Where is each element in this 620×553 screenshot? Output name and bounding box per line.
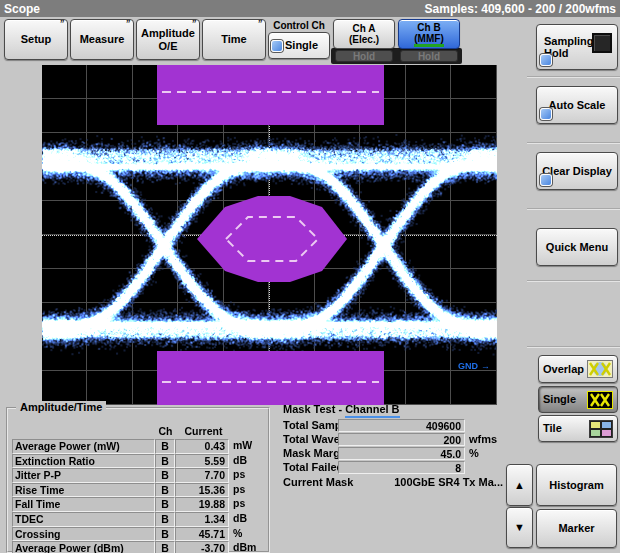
titlebar: Scope Samples: 409,600 - 200 / 200wfms [0,0,620,17]
channel-b-hold-label: Hold [418,51,440,62]
mask-test-title-prefix: Mask Test - [283,403,345,415]
table-row: Extinction Ratio B 5.59 dB [8,454,268,469]
auto-scale-button[interactable]: Auto Scale [536,86,618,124]
panel-separator [527,346,620,348]
channel-a-label: Ch A [353,23,376,34]
row-channel: B [155,512,175,527]
setup-button[interactable]: Setup” [4,19,68,60]
row-channel: B [155,541,175,553]
scope-app: Scope Samples: 409,600 - 200 / 200wfms S… [0,0,620,553]
row-label: Average Power (mW) [12,439,155,454]
row-unit: dB [229,512,247,527]
single-view-label: Single [543,393,576,405]
table-row: Average Power (dBm) B -3.70 dBm [8,541,268,553]
measurements-rows: Average Power (mW) B 0.43 mW Extinction … [8,439,268,553]
mask-row-unit: wfms [469,433,497,445]
row-value: 45.71 [175,527,229,542]
gnd-arrow-icon: → [481,361,490,371]
row-value: 1.34 [175,512,229,527]
row-channel: B [155,497,175,512]
measure-button[interactable]: Measure” [70,19,134,60]
amplitude-time-title: Amplitude/Time [16,401,106,413]
row-channel: B [155,454,175,469]
tile-grid-icon [589,420,613,438]
clear-display-checkbox[interactable] [540,174,552,186]
menu-corner-icon: ” [60,19,65,29]
clear-display-label: Clear Display [542,165,612,177]
row-value: 5.59 [175,454,229,469]
row-label: Extinction Ratio [12,454,155,469]
marker-label: Marker [558,522,594,534]
control-ch-label: Control Ch [268,20,330,31]
table-row: Rise Time B 15.36 ps [8,483,268,498]
row-unit: % [229,527,242,542]
row-value: -3.70 [175,541,229,553]
mask-test-channel-tab[interactable]: Channel B [345,403,399,418]
channel-b-button[interactable]: Ch B (MMF) [398,19,460,49]
auto-scale-checkbox[interactable] [540,108,552,120]
row-value: 19.88 [175,497,229,512]
table-row: Average Power (mW) B 0.43 mW [8,439,268,454]
menu-corner-icon: ” [126,19,131,29]
overlap-label: Overlap [543,363,584,375]
single-checkbox[interactable] [271,40,283,52]
row-label: Jitter P-P [12,468,155,483]
row-label: Average Power (dBm) [12,541,155,553]
row-unit: mW [229,439,252,454]
mask-row-value: 45.0 [338,447,465,460]
row-channel: B [155,483,175,498]
panel-separator [527,208,620,210]
time-label: Time [221,33,246,45]
histogram-label: Histogram [549,479,603,491]
gnd-marker: GND → [458,361,490,371]
row-label: Rise Time [12,483,155,498]
row-value: 7.70 [175,468,229,483]
up-arrow-icon: ▲ [514,479,525,491]
row-value: 15.36 [175,483,229,498]
table-row: Jitter P-P B 7.70 ps [8,468,268,483]
table-row: Fall Time B 19.88 ps [8,497,268,512]
row-channel: B [155,527,175,542]
mask-row-value: 409600 [338,419,465,432]
overlap-eyes-icon [587,360,613,378]
single-view-button[interactable]: Single [538,386,618,413]
tile-view-button[interactable]: Tile [538,415,618,442]
scroll-down-button[interactable]: ▼ [506,507,533,548]
auto-scale-label: Auto Scale [549,99,606,111]
channel-a-sublabel: (Elec.) [349,34,379,45]
mask-row-value: 8 [338,461,465,474]
quick-menu-label: Quick Menu [546,241,608,253]
panel-separator [527,76,620,78]
row-value: 0.43 [175,439,229,454]
mask-row-value: 200 [338,433,465,446]
channel-a-button[interactable]: Ch A (Elec.) [333,19,395,49]
menu-corner-icon: ” [258,19,263,29]
row-label: Crossing [12,527,155,542]
overlap-view-button[interactable]: Overlap [538,355,618,383]
mask-overlay [42,65,497,405]
sampling-mode-icon [592,33,612,53]
col-header-ch: Ch [155,425,176,437]
eye-diagram-display: GND → [42,65,497,405]
row-channel: B [155,468,175,483]
marker-button[interactable]: Marker [536,509,617,548]
clear-display-button[interactable]: Clear Display [536,152,618,190]
measurements-header: Ch Current [8,425,268,438]
control-ch-single-button[interactable]: Single [268,32,330,59]
sampling-hold-button[interactable]: Sampling Hold [536,24,618,70]
row-unit: dB [229,454,247,469]
mask-test-panel: Mask Test - Channel B Total Samples 4096… [283,403,515,503]
row-unit: ps [229,497,245,512]
quick-menu-button[interactable]: Quick Menu [536,228,618,266]
single-eye-icon [587,391,613,409]
gnd-label: GND [458,361,478,371]
histogram-button[interactable]: Histogram [536,464,617,506]
channel-b-hold-button[interactable]: Hold [400,50,458,62]
table-row: Crossing B 45.71 % [8,527,268,542]
sampling-hold-checkbox[interactable] [540,54,552,66]
channel-a-hold-button[interactable]: Hold [335,50,393,62]
amplitude-oe-button[interactable]: Amplitude O/E” [136,19,200,60]
samples-readout: Samples: 409,600 - 200 / 200wfms [425,2,616,16]
panel-separator [527,142,620,144]
time-button[interactable]: Time” [202,19,266,60]
